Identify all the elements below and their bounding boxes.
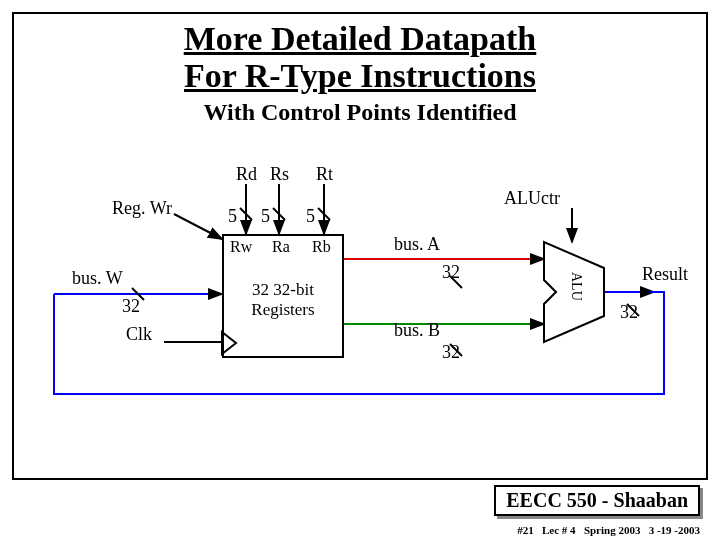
port-rw: Rw	[230, 238, 252, 256]
label-5b: 5	[261, 206, 270, 227]
label-5a: 5	[228, 206, 237, 227]
label-busb: bus. B	[394, 320, 440, 341]
label-b32: 32	[442, 342, 460, 363]
label-result: Result	[642, 264, 688, 285]
label-regwr: Reg. Wr	[112, 198, 172, 219]
label-clk: Clk	[126, 324, 152, 345]
label-rt: Rt	[316, 164, 333, 185]
subtitle: With Control Points Identified	[14, 99, 706, 126]
clock-icon	[222, 332, 240, 354]
title-line1: More Detailed Datapath	[184, 20, 537, 57]
label-r32: 32	[620, 302, 638, 323]
regfile-text1: 32 32-bit	[224, 280, 342, 300]
title-line2: For R-Type Instructions	[184, 57, 536, 94]
port-rb: Rb	[312, 238, 331, 256]
label-aluctr: ALUctr	[504, 188, 560, 209]
label-a32: 32	[442, 262, 460, 283]
port-ra: Ra	[272, 238, 290, 256]
alu: ALU	[544, 242, 606, 342]
label-rd: Rd	[236, 164, 257, 185]
label-5c: 5	[306, 206, 315, 227]
regfile-text2: Registers	[224, 300, 342, 320]
label-busw: bus. W	[72, 268, 123, 289]
label-w32: 32	[122, 296, 140, 317]
svg-line-6	[174, 214, 222, 239]
label-busa: bus. A	[394, 234, 440, 255]
alu-label: ALU	[569, 272, 584, 301]
label-rs: Rs	[270, 164, 289, 185]
footer-course: EECC 550 - Shaaban	[494, 485, 700, 516]
datapath-diagram: Rw Ra Rb 32 32-bit Registers ALU Rd Rs R…	[14, 164, 710, 484]
footer-meta: #21 Lec # 4 Spring 2003 3 -19 -2003	[517, 524, 700, 536]
register-file: Rw Ra Rb 32 32-bit Registers	[222, 234, 344, 358]
